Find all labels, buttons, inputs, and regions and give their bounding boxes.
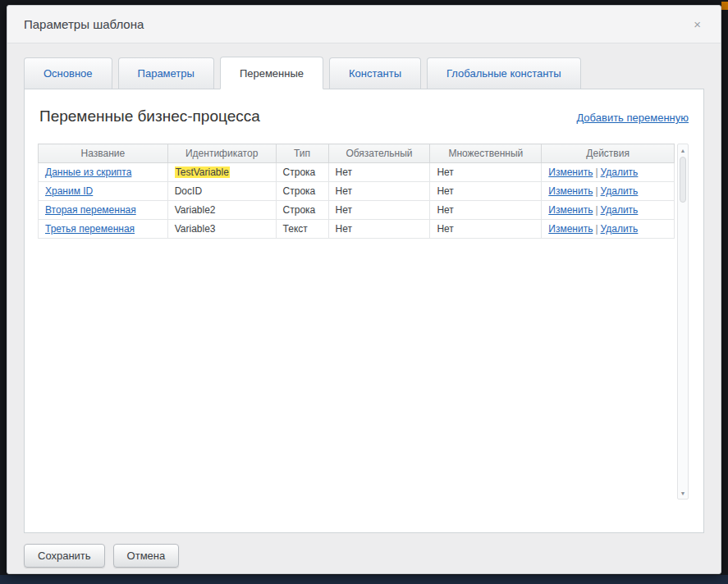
panel-heading: Переменные бизнес-процесса — [39, 107, 260, 125]
delete-link[interactable]: Удалить — [601, 185, 639, 197]
type-cell: Строка — [276, 182, 328, 201]
required-cell: Нет — [328, 182, 430, 201]
identifier-text: Variable2 — [175, 204, 216, 216]
identifier-text: TestVariable — [175, 167, 230, 178]
scroll-down-icon[interactable]: ▼ — [678, 487, 688, 499]
edit-link[interactable]: Изменить — [548, 167, 593, 178]
dialog-title: Параметры шаблона — [24, 17, 144, 31]
template-parameters-dialog: Параметры шаблона × Основное Параметры П… — [7, 5, 721, 574]
action-separator: | — [595, 185, 598, 197]
table-body: Данные из скрипта TestVariable Строка Не… — [39, 163, 675, 239]
tab-bar: Основное Параметры Переменные Константы … — [7, 43, 721, 89]
variables-table-wrap: Название Идентификатор Тип Обязательный … — [38, 144, 690, 500]
edit-link[interactable]: Изменить — [548, 185, 593, 197]
tab-variables[interactable]: Переменные — [220, 57, 323, 89]
edit-link[interactable]: Изменить — [548, 204, 593, 216]
table-row: Храним ID DocID Строка Нет Нет Изменить|… — [39, 182, 675, 201]
action-separator: | — [595, 204, 598, 216]
scroll-up-icon[interactable]: ▲ — [678, 144, 688, 156]
delete-link[interactable]: Удалить — [601, 204, 639, 216]
type-cell: Текст — [276, 220, 328, 239]
cancel-button[interactable]: Отмена — [113, 544, 180, 568]
dialog-footer: Сохранить Отмена — [7, 533, 721, 578]
table-row: Вторая переменная Variable2 Строка Нет Н… — [39, 201, 675, 220]
multiple-cell: Нет — [430, 182, 542, 201]
table-row: Данные из скрипта TestVariable Строка Не… — [39, 163, 675, 182]
background-accent — [721, 2, 728, 10]
header-multiple: Множественный — [430, 144, 542, 163]
type-cell: Строка — [276, 163, 328, 182]
table-row: Третья переменная Variable3 Текст Нет Не… — [39, 220, 675, 239]
variables-table: Название Идентификатор Тип Обязательный … — [38, 144, 675, 239]
identifier-text: Variable3 — [175, 223, 216, 235]
delete-link[interactable]: Удалить — [601, 223, 639, 235]
header-type: Тип — [276, 144, 328, 163]
variable-name-link[interactable]: Храним ID — [45, 185, 93, 197]
multiple-cell: Нет — [430, 163, 542, 182]
variable-name-link[interactable]: Вторая переменная — [45, 204, 136, 216]
multiple-cell: Нет — [430, 220, 542, 239]
variable-name-link[interactable]: Третья переменная — [45, 223, 135, 235]
variable-name-link[interactable]: Данные из скрипта — [45, 167, 131, 178]
type-cell: Строка — [276, 201, 328, 220]
header-identifier: Идентификатор — [167, 144, 276, 163]
scrollbar-thumb[interactable] — [680, 157, 686, 203]
multiple-cell: Нет — [430, 201, 542, 220]
action-separator: | — [595, 223, 598, 235]
variables-panel: Переменные бизнес-процесса Добавить пере… — [24, 89, 704, 533]
edit-link[interactable]: Изменить — [548, 223, 593, 235]
tab-global-constants[interactable]: Глобальные константы — [427, 57, 581, 89]
required-cell: Нет — [328, 163, 430, 182]
action-separator: | — [595, 167, 598, 178]
tab-parameters[interactable]: Параметры — [118, 57, 214, 89]
header-actions: Действия — [542, 144, 675, 163]
save-button[interactable]: Сохранить — [24, 544, 105, 568]
tab-constants[interactable]: Константы — [329, 57, 421, 89]
dialog-header: Параметры шаблона × — [7, 6, 721, 43]
header-name: Название — [39, 144, 168, 163]
header-required: Обязательный — [328, 144, 430, 163]
close-icon[interactable]: × — [690, 15, 704, 34]
delete-link[interactable]: Удалить — [601, 167, 639, 178]
tab-main[interactable]: Основное — [24, 57, 112, 89]
table-header-row: Название Идентификатор Тип Обязательный … — [39, 144, 675, 163]
add-variable-link[interactable]: Добавить переменную — [576, 112, 689, 124]
table-scrollbar[interactable]: ▲ ▼ — [677, 144, 689, 500]
identifier-text: DocID — [175, 185, 202, 197]
required-cell: Нет — [328, 201, 430, 220]
required-cell: Нет — [328, 220, 430, 239]
